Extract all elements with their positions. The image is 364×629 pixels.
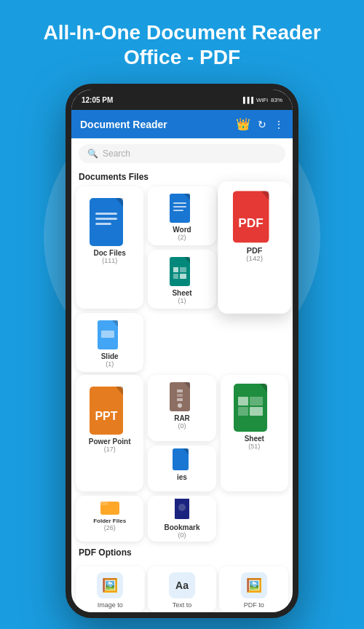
svg-rect-8 bbox=[173, 206, 186, 207]
svg-rect-4 bbox=[95, 223, 111, 225]
sheet-large-icon bbox=[234, 384, 274, 432]
svg-rect-2 bbox=[95, 213, 117, 215]
slide-count: (1) bbox=[106, 360, 114, 368]
word-file-icon bbox=[170, 194, 194, 223]
sheet-small-count: (1) bbox=[178, 297, 186, 304]
folder-count: (26) bbox=[104, 524, 116, 531]
svg-text:PDF: PDF bbox=[238, 215, 264, 230]
search-bar[interactable]: 🔍 Search bbox=[79, 144, 285, 163]
ies-icon bbox=[173, 448, 191, 470]
word-label: Word bbox=[173, 226, 191, 234]
rar-label: RAR bbox=[174, 414, 190, 422]
search-icon: 🔍 bbox=[87, 149, 98, 159]
pdf-options-row: 🖼️ Image to Aa Text to 🖼️ PDF to bbox=[71, 562, 293, 612]
ies-card[interactable]: ies bbox=[148, 446, 215, 491]
sheet-small-icon bbox=[170, 257, 194, 286]
bookmark-icon bbox=[173, 499, 191, 521]
header-title: All-In-One Document Reader Office - PDF bbox=[0, 0, 364, 84]
svg-rect-19 bbox=[180, 267, 186, 272]
phone-frame: 12:05 PM ▐▐▐ WiFi 83% Document Reader 👑 … bbox=[66, 84, 298, 618]
svg-rect-3 bbox=[95, 218, 117, 220]
app-title: Document Reader bbox=[80, 119, 167, 130]
rar-count: (0) bbox=[178, 422, 186, 430]
image-to-icon: 🖼️ bbox=[97, 572, 123, 598]
pdf-count: (142) bbox=[246, 255, 263, 263]
pdf-file-icon: PDF bbox=[232, 191, 276, 242]
pdf-card[interactable]: PDF PDF (142) bbox=[218, 181, 291, 313]
status-time: 12:05 PM bbox=[82, 96, 113, 104]
app-bar: Document Reader 👑 ↻ ⋮ bbox=[71, 110, 293, 138]
rar-file-icon bbox=[170, 382, 194, 411]
pdf-to-label: PDF to bbox=[244, 601, 264, 609]
powerpoint-label: Power Point bbox=[89, 438, 131, 446]
pdf-label: PDF bbox=[247, 246, 263, 255]
refresh-icon[interactable]: ↻ bbox=[258, 119, 266, 130]
folder-card[interactable]: Folder Files (26) bbox=[76, 496, 143, 542]
svg-rect-20 bbox=[173, 274, 178, 279]
svg-rect-15 bbox=[101, 331, 114, 338]
doc-files-label: Doc Files bbox=[93, 249, 125, 257]
status-bar: 12:05 PM ▐▐▐ WiFi 83% bbox=[71, 90, 293, 110]
signal-icon: ▐▐▐ bbox=[241, 97, 253, 103]
phone-container: 12:05 PM ▐▐▐ WiFi 83% Document Reader 👑 … bbox=[0, 84, 364, 618]
svg-rect-5 bbox=[170, 194, 190, 223]
more-icon[interactable]: ⋮ bbox=[274, 119, 284, 130]
wifi-icon: WiFi bbox=[256, 97, 268, 103]
sheet-large-count: (51) bbox=[248, 443, 260, 450]
svg-rect-9 bbox=[173, 210, 183, 211]
svg-rect-7 bbox=[173, 202, 186, 204]
svg-rect-35 bbox=[238, 407, 248, 416]
rar-card[interactable]: RAR (0) bbox=[148, 375, 215, 441]
svg-rect-0 bbox=[90, 198, 123, 246]
powerpoint-count: (17) bbox=[104, 446, 116, 453]
slide-card[interactable]: Slide (1) bbox=[76, 313, 143, 372]
svg-rect-27 bbox=[177, 389, 183, 392]
sheet-large-label: Sheet bbox=[245, 435, 264, 443]
image-to-label: Image to bbox=[98, 601, 123, 609]
svg-rect-33 bbox=[238, 397, 248, 406]
image-to-card[interactable]: 🖼️ Image to bbox=[76, 566, 145, 612]
page-wrapper: All-In-One Document Reader Office - PDF … bbox=[0, 0, 364, 618]
bookmark-count: (0) bbox=[178, 531, 186, 539]
app-bar-icons: 👑 ↻ ⋮ bbox=[236, 117, 284, 131]
ies-label: ies bbox=[177, 473, 187, 481]
doc-file-icon bbox=[90, 198, 130, 246]
svg-rect-21 bbox=[180, 274, 186, 279]
text-to-card[interactable]: Aa Text to bbox=[148, 566, 217, 612]
slide-file-icon bbox=[98, 320, 122, 349]
svg-rect-36 bbox=[250, 407, 263, 416]
svg-rect-34 bbox=[250, 397, 263, 406]
svg-rect-28 bbox=[177, 394, 183, 397]
slide-label: Slide bbox=[101, 352, 119, 360]
svg-point-30 bbox=[178, 403, 182, 408]
search-placeholder: Search bbox=[103, 149, 130, 159]
text-to-icon: Aa bbox=[169, 572, 195, 598]
word-card[interactable]: Word (2) bbox=[148, 186, 215, 245]
bookmark-card[interactable]: Bookmark (0) bbox=[148, 496, 215, 542]
pdf-section-title: PDF Options bbox=[71, 545, 293, 562]
word-count: (2) bbox=[178, 234, 186, 241]
powerpoint-card[interactable]: PPT Power Point (17) bbox=[76, 375, 143, 491]
svg-point-43 bbox=[178, 504, 186, 511]
battery-icon: 83% bbox=[271, 97, 282, 103]
doc-files-count: (111) bbox=[102, 257, 117, 264]
svg-rect-18 bbox=[173, 267, 178, 272]
sheet-small-label: Sheet bbox=[172, 289, 191, 297]
sheet-large-card[interactable]: Sheet (51) bbox=[221, 375, 288, 491]
pdf-to-icon: 🖼️ bbox=[241, 572, 267, 598]
bookmark-label: Bookmark bbox=[165, 523, 200, 531]
pdf-to-card[interactable]: 🖼️ PDF to bbox=[219, 566, 288, 612]
folder-label: Folder Files bbox=[93, 518, 126, 524]
svg-text:PPT: PPT bbox=[95, 410, 117, 422]
folder-icon bbox=[100, 499, 119, 515]
status-icons: ▐▐▐ WiFi 83% bbox=[241, 97, 282, 103]
text-to-label: Text to bbox=[173, 601, 192, 609]
svg-rect-38 bbox=[100, 502, 108, 505]
crown-icon[interactable]: 👑 bbox=[236, 117, 250, 131]
doc-files-card[interactable]: Doc Files (111) bbox=[76, 186, 143, 309]
ppt-file-icon: PPT bbox=[90, 387, 130, 435]
sheet-small-card[interactable]: Sheet (1) bbox=[148, 250, 215, 309]
svg-rect-29 bbox=[177, 398, 183, 401]
